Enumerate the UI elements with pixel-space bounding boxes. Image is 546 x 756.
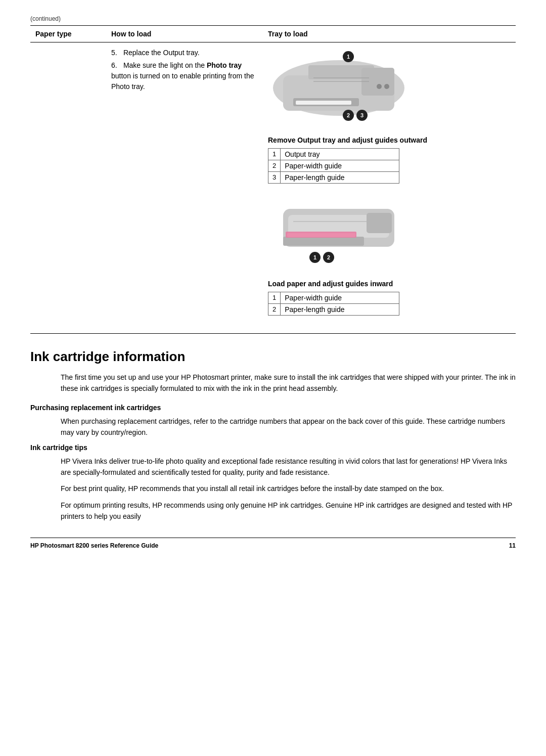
step-6-text: Make sure the light on the Photo tray bu…: [111, 61, 254, 91]
how-to-load-cell: 5. Replace the Output tray. 6. Make sure…: [106, 42, 263, 334]
paper-type-cell: [30, 42, 106, 334]
svg-rect-12: [283, 237, 364, 246]
legend-label-2: Paper-width guide: [281, 160, 399, 172]
circle-2-top: 2: [343, 110, 354, 121]
step-6: 6. Make sure the light on the Photo tray…: [111, 60, 258, 92]
step-5: 5. Replace the Output tray.: [111, 48, 258, 58]
legend-row-1: 1 Output tray: [268, 149, 399, 160]
circle-1-top: 1: [343, 51, 354, 62]
legend-num-1: 1: [268, 149, 281, 160]
printer-illustration-bottom: 1 2: [268, 194, 410, 275]
bottom-caption: Load paper and adjust guides inward: [268, 280, 511, 288]
step-6-num: 6.: [111, 60, 121, 71]
header-tray-to-load: Tray to load: [263, 26, 516, 42]
circle-3-top: 3: [356, 110, 368, 121]
printer-svg-top: [268, 50, 410, 126]
top-caption: Remove Output tray and adjust guides out…: [268, 136, 511, 144]
svg-rect-18: [367, 213, 392, 233]
svg-rect-4: [296, 101, 351, 105]
svg-point-8: [377, 84, 382, 89]
ink-intro: The first time you set up and use your H…: [61, 372, 516, 394]
table-row: 5. Replace the Output tray. 6. Make sure…: [30, 42, 516, 334]
legend-num-b2: 2: [268, 304, 281, 316]
purchasing-body: When purchasing replacement cartridges, …: [61, 416, 516, 438]
continued-label: (continued): [30, 15, 516, 22]
legend-label-1: Output tray: [281, 149, 399, 160]
svg-point-9: [384, 84, 389, 89]
legend-row-b1: 1 Paper-width guide: [268, 292, 399, 304]
legend-label-3: Paper-length guide: [281, 172, 399, 184]
footer: HP Photosmart 8200 series Reference Guid…: [30, 538, 516, 549]
legend-table-bottom: 1 Paper-width guide 2 Paper-length guide: [268, 292, 399, 316]
ink-section-title: Ink cartridge information: [30, 349, 516, 365]
tips-title: Ink cartridge tips: [30, 443, 516, 452]
tips-para-2: For best print quality, HP recommends th…: [61, 483, 516, 494]
legend-num-b1: 1: [268, 292, 281, 304]
tips-subsection: Ink cartridge tips HP Vivera Inks delive…: [30, 443, 516, 522]
circle-2-bottom: 2: [323, 252, 334, 263]
svg-rect-14: [287, 233, 355, 237]
printer-illustration-top: 1 2 3: [268, 50, 410, 131]
tray-to-load-cell: 1 2 3 Remove Output tray and adjust guid…: [263, 42, 516, 334]
main-table: Paper type How to load Tray to load 5. R…: [30, 25, 516, 334]
step-5-num: 5.: [111, 48, 121, 58]
legend-label-b2: Paper-length guide: [281, 304, 399, 316]
legend-row-2: 2 Paper-width guide: [268, 160, 399, 172]
purchasing-title: Purchasing replacement ink cartridges: [30, 404, 516, 412]
legend-num-2: 2: [268, 160, 281, 172]
legend-num-3: 3: [268, 172, 281, 184]
circle-1-bottom: 1: [309, 252, 321, 263]
footer-right: 11: [509, 542, 516, 549]
legend-row-b2: 2 Paper-length guide: [268, 304, 399, 316]
purchasing-subsection: Purchasing replacement ink cartridges Wh…: [30, 404, 516, 438]
printer-svg-bottom: [268, 194, 410, 270]
footer-left: HP Photosmart 8200 series Reference Guid…: [30, 542, 158, 549]
tray-content-top: 1 2 3 Remove Output tray and adjust guid…: [268, 48, 511, 328]
header-how-to-load: How to load: [106, 26, 263, 42]
legend-table-top: 1 Output tray 2 Paper-width guide 3 Pape…: [268, 148, 399, 184]
tips-para-3: For optimum printing results, HP recomme…: [61, 500, 516, 522]
legend-label-b1: Paper-width guide: [281, 292, 399, 304]
ink-section: Ink cartridge information The first time…: [30, 349, 516, 522]
header-paper-type: Paper type: [30, 26, 106, 42]
legend-row-3: 3 Paper-length guide: [268, 172, 399, 184]
step-5-text: Replace the Output tray.: [123, 49, 200, 57]
tips-para-1: HP Vivera Inks deliver true-to-life phot…: [61, 456, 516, 478]
